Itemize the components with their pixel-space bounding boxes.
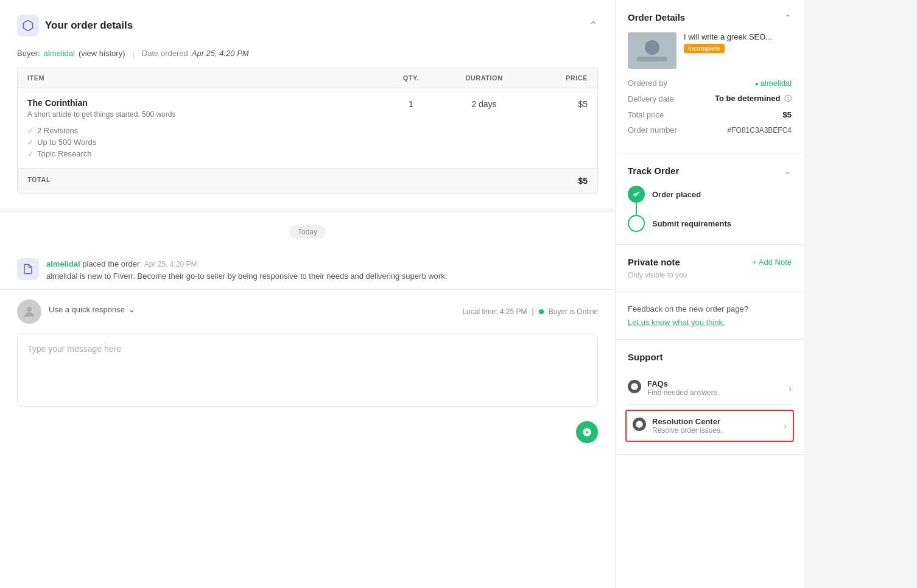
resolution-subtitle: Resolve order issues. bbox=[652, 426, 722, 435]
separator: | bbox=[132, 49, 134, 58]
ordered-by-row: Ordered by ●almelidal bbox=[628, 79, 792, 88]
total-price-label: Total price bbox=[628, 110, 664, 119]
add-note-button[interactable]: + Add Note bbox=[752, 257, 792, 267]
private-note-title: Private note bbox=[628, 257, 680, 267]
separator-pipe: | bbox=[532, 307, 534, 316]
cell-qty: 1 bbox=[381, 98, 441, 158]
track-order-section: Track Order ⌄ Order placed Submit requir… bbox=[616, 153, 804, 245]
order-card-title: I will write a greek SEO... bbox=[684, 32, 792, 41]
order-icon bbox=[17, 15, 39, 37]
ordered-by-label: Ordered by bbox=[628, 79, 667, 88]
buyer-link[interactable]: almelidal bbox=[44, 49, 75, 58]
activity-time: Apr 25, 4:20 PM bbox=[144, 260, 197, 268]
sidebar-order-details-header: Order Details ⌃ bbox=[628, 12, 792, 23]
sidebar-chevron-up-icon[interactable]: ⌃ bbox=[784, 13, 792, 23]
activity-text: almelidal placed the order Apr 25, 4:20 … bbox=[46, 258, 447, 282]
check-icon-3: ✓ bbox=[27, 150, 33, 158]
col-item: ITEM bbox=[27, 74, 381, 82]
quick-response-dropdown[interactable]: Use a quick response ⌄ bbox=[49, 305, 455, 314]
item-name: The Corinthian bbox=[27, 98, 381, 108]
resolution-center-item[interactable]: Resolution Center Resolve order issues. … bbox=[625, 410, 794, 442]
svg-point-5 bbox=[634, 388, 634, 388]
private-note-header: Private note + Add Note bbox=[628, 257, 792, 267]
track-step-pending-icon bbox=[628, 215, 645, 232]
total-price-row: Total price $5 bbox=[628, 110, 792, 119]
feature-research: ✓ Topic Research bbox=[27, 149, 381, 158]
feedback-section: Feedback on the new order page? Let us k… bbox=[616, 292, 804, 340]
svg-rect-3 bbox=[637, 57, 667, 61]
track-chevron-down-icon[interactable]: ⌄ bbox=[784, 166, 792, 176]
track-step-1: Order placed bbox=[628, 186, 792, 203]
feedback-link[interactable]: Let us know what you think. bbox=[628, 318, 725, 327]
item-details: The Corinthian A short article to get th… bbox=[27, 98, 381, 158]
feedback-text: Feedback on the new order page? bbox=[628, 304, 792, 313]
online-indicator bbox=[539, 309, 544, 314]
total-price: $5 bbox=[527, 176, 588, 186]
feature-revisions: ✓ 2 Revisions bbox=[27, 126, 381, 135]
table-row: The Corinthian A short article to get th… bbox=[18, 88, 597, 169]
track-connector bbox=[636, 203, 637, 215]
support-faqs-left: FAQs Find needed answers. bbox=[628, 379, 719, 397]
private-note-section: Private note + Add Note Only visible to … bbox=[616, 245, 804, 292]
total-price-value: $5 bbox=[783, 110, 792, 119]
item-features: ✓ 2 Revisions ✓ Up to 500 Words ✓ Topic … bbox=[27, 126, 381, 158]
total-label: TOTAL bbox=[27, 176, 381, 186]
today-badge: Today bbox=[289, 225, 326, 239]
col-price: PRICE bbox=[527, 74, 588, 82]
date-value: Apr 25, 4:20 PM bbox=[192, 49, 249, 58]
activity-description: almelidal is new to Fiverr. Become their… bbox=[46, 271, 447, 281]
incomplete-badge: Incomplete bbox=[684, 44, 725, 53]
order-thumbnail bbox=[628, 32, 676, 69]
avatar bbox=[17, 299, 41, 324]
activity-item: almelidal placed the order Apr 25, 4:20 … bbox=[0, 251, 615, 289]
note-subtitle: Only visible to you bbox=[628, 271, 687, 279]
support-faqs-item[interactable]: FAQs Find needed answers. › bbox=[628, 372, 792, 405]
date-label: Date ordered bbox=[142, 49, 188, 58]
local-time: Local time: 4:25 PM bbox=[462, 307, 527, 316]
right-sidebar: Order Details ⌃ I will write a greek SEO… bbox=[615, 0, 804, 588]
track-step-complete-icon bbox=[628, 186, 645, 203]
track-order-title: Track Order bbox=[628, 166, 679, 176]
info-icon: ⓘ bbox=[784, 94, 792, 103]
ordered-by-value: ●almelidal bbox=[755, 79, 792, 88]
svg-point-2 bbox=[645, 40, 659, 55]
chevron-up-icon[interactable]: ⌃ bbox=[589, 19, 598, 32]
chat-section: Today almelidal placed the order Apr 25,… bbox=[0, 213, 615, 588]
delivery-date-row: Delivery date To be determined ⓘ bbox=[628, 94, 792, 104]
track-step-2: Submit requirements bbox=[628, 215, 792, 232]
order-details-section: Your order details ⌃ Buyer: almelidal (v… bbox=[0, 0, 615, 213]
order-card: I will write a greek SEO... Incomplete bbox=[628, 32, 792, 69]
faqs-subtitle: Find needed answers. bbox=[647, 388, 719, 397]
section-title-row: Your order details bbox=[17, 15, 133, 37]
order-number-row: Order number #FO81C3A3BEFC4 bbox=[628, 125, 792, 135]
cell-duration: 2 days bbox=[441, 98, 527, 158]
send-button[interactable] bbox=[576, 421, 598, 443]
composer-meta: Local time: 4:25 PM | Buyer is Online bbox=[462, 307, 598, 316]
support-header: Support bbox=[628, 352, 792, 362]
activity-doc-icon bbox=[17, 258, 39, 280]
main-content: Your order details ⌃ Buyer: almelidal (v… bbox=[0, 0, 615, 588]
message-input-area[interactable]: Type your message here bbox=[17, 334, 598, 407]
track-step-2-label: Submit requirements bbox=[652, 219, 731, 228]
order-number-value: #FO81C3A3BEFC4 bbox=[728, 126, 792, 135]
order-number-label: Order number bbox=[628, 125, 677, 135]
col-qty: QTY. bbox=[381, 74, 441, 82]
table-header: ITEM QTY. DURATION PRICE bbox=[18, 68, 597, 88]
composer-toolbar bbox=[0, 416, 615, 448]
svg-point-0 bbox=[27, 307, 32, 312]
check-icon-2: ✓ bbox=[27, 138, 33, 147]
order-card-info: I will write a greek SEO... Incomplete bbox=[684, 32, 792, 53]
buyer-label: Buyer: bbox=[17, 49, 40, 58]
chevron-down-icon: ⌄ bbox=[128, 305, 135, 314]
composer-main: Use a quick response ⌄ bbox=[49, 305, 455, 319]
buyer-status: Buyer is Online bbox=[549, 307, 598, 316]
view-history-link[interactable]: (view history) bbox=[79, 49, 125, 58]
activity-user[interactable]: almelidal bbox=[46, 259, 80, 268]
section-header: Your order details ⌃ bbox=[17, 15, 598, 37]
section-title: Your order details bbox=[45, 19, 133, 32]
order-meta: Ordered by ●almelidal Delivery date To b… bbox=[628, 79, 792, 135]
delivery-date-value: To be determined ⓘ bbox=[715, 94, 792, 104]
faqs-chevron-icon: › bbox=[789, 383, 792, 393]
resolution-title: Resolution Center bbox=[652, 417, 722, 426]
table-total-row: TOTAL $5 bbox=[18, 169, 597, 193]
